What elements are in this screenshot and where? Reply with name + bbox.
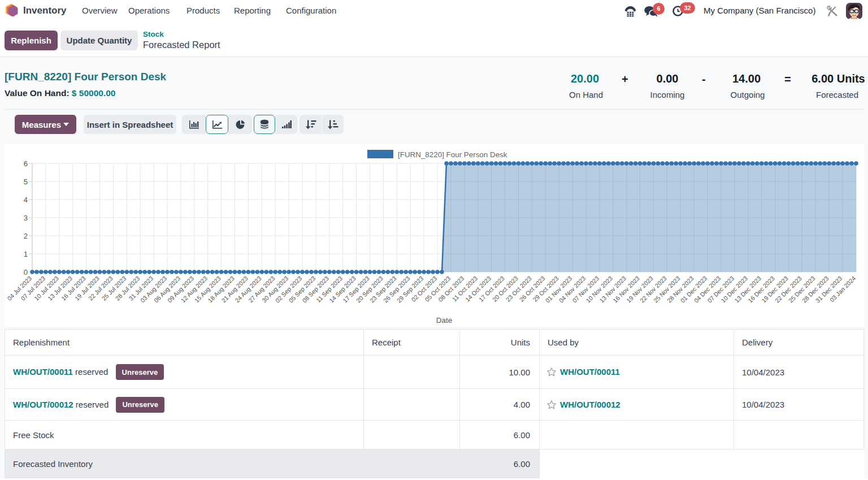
svg-text:Date: Date	[436, 316, 453, 325]
svg-text:4: 4	[24, 196, 28, 204]
svg-text:3: 3	[24, 214, 28, 222]
svg-text:[FURN_8220] Four Person Desk: [FURN_8220] Four Person Desk	[398, 150, 507, 159]
svg-text:5: 5	[24, 178, 28, 186]
svg-text:6: 6	[24, 159, 28, 168]
svg-text:2: 2	[24, 232, 28, 240]
svg-text:0: 0	[24, 268, 28, 276]
svg-text:1: 1	[24, 250, 28, 258]
